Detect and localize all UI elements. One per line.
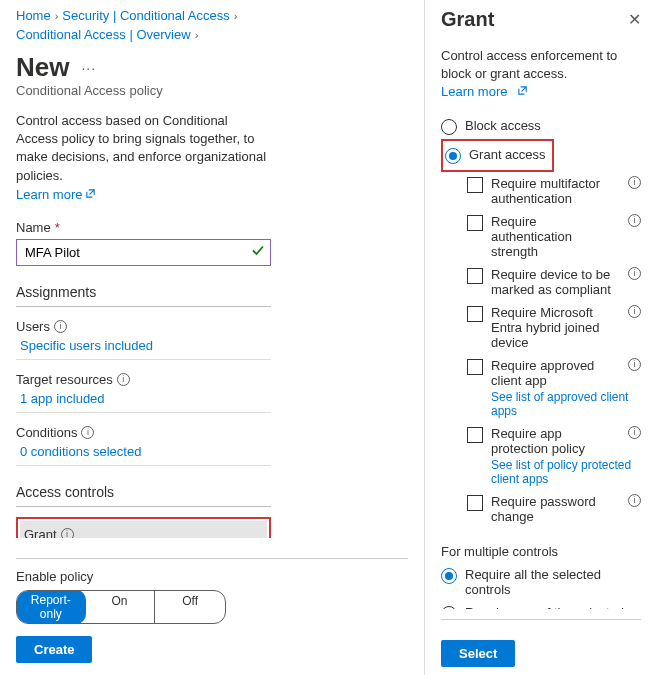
crumb-overview[interactable]: Conditional Access | Overview bbox=[16, 27, 191, 42]
info-icon[interactable]: i bbox=[628, 305, 641, 318]
grant-access-label: Grant access bbox=[469, 147, 546, 162]
chevron-right-icon: › bbox=[195, 29, 199, 41]
info-icon[interactable]: i bbox=[628, 494, 641, 507]
enable-policy-toggle[interactable]: Report-only On Off bbox=[16, 590, 226, 624]
create-button[interactable]: Create bbox=[16, 636, 92, 663]
chevron-right-icon: › bbox=[234, 10, 238, 22]
panel-learn-more-link[interactable]: Learn more bbox=[441, 83, 528, 101]
name-label: Name bbox=[16, 220, 51, 235]
required-asterisk: * bbox=[55, 220, 60, 235]
grant-highlight: Granti 0 controls selected bbox=[16, 517, 271, 538]
grant-label: Grant bbox=[24, 527, 57, 538]
page-subtitle: Conditional Access policy bbox=[16, 83, 408, 98]
mfa-label: Require multifactor authentication bbox=[491, 176, 620, 206]
external-link-icon bbox=[517, 83, 528, 101]
info-icon[interactable]: i bbox=[61, 528, 74, 538]
toggle-on[interactable]: On bbox=[85, 591, 156, 623]
name-input[interactable] bbox=[16, 239, 271, 266]
access-controls-heading: Access controls bbox=[16, 484, 271, 507]
toggle-off[interactable]: Off bbox=[155, 591, 225, 623]
info-icon[interactable]: i bbox=[628, 176, 641, 189]
external-link-icon bbox=[85, 187, 96, 202]
radio-block-access[interactable] bbox=[441, 119, 457, 135]
left-pane: Home › Security | Conditional Access › C… bbox=[0, 0, 425, 675]
check-mfa[interactable] bbox=[467, 177, 483, 193]
protection-apps-link[interactable]: See list of policy protected client apps bbox=[491, 458, 641, 486]
info-icon[interactable]: i bbox=[54, 320, 67, 333]
password-change-label: Require password change bbox=[491, 494, 620, 524]
learn-more-link[interactable]: Learn more bbox=[16, 187, 96, 202]
targets-link[interactable]: 1 app included bbox=[16, 391, 271, 413]
check-approved-app[interactable] bbox=[467, 359, 483, 375]
multiple-controls-label: For multiple controls bbox=[441, 544, 641, 559]
check-password-change[interactable] bbox=[467, 495, 483, 511]
panel-intro: Control access enforcement to block or g… bbox=[441, 47, 641, 102]
info-icon[interactable]: i bbox=[628, 426, 641, 439]
info-icon[interactable]: i bbox=[628, 358, 641, 371]
check-compliant-device[interactable] bbox=[467, 268, 483, 284]
require-one-label: Require one of the selected controls bbox=[465, 605, 641, 609]
panel-title: Grant bbox=[441, 8, 494, 31]
targets-label: Target resources bbox=[16, 372, 113, 387]
block-access-label: Block access bbox=[465, 118, 541, 133]
info-icon[interactable]: i bbox=[81, 426, 94, 439]
checkmark-icon bbox=[251, 244, 265, 261]
enable-policy-label: Enable policy bbox=[16, 569, 408, 584]
bottom-toolbar: Enable policy Report-only On Off Create bbox=[16, 558, 408, 675]
users-label: Users bbox=[16, 319, 50, 334]
compliant-label: Require device to be marked as compliant bbox=[491, 267, 620, 297]
select-button[interactable]: Select bbox=[441, 640, 515, 667]
conditions-label: Conditions bbox=[16, 425, 77, 440]
close-icon[interactable]: ✕ bbox=[628, 10, 641, 29]
chevron-right-icon: › bbox=[55, 10, 59, 22]
grant-panel: Grant ✕ Control access enforcement to bl… bbox=[425, 0, 653, 675]
users-link[interactable]: Specific users included bbox=[16, 338, 271, 360]
radio-require-one[interactable] bbox=[441, 606, 457, 609]
more-menu-icon[interactable]: ··· bbox=[77, 58, 100, 78]
check-auth-strength[interactable] bbox=[467, 215, 483, 231]
info-icon[interactable]: i bbox=[117, 373, 130, 386]
approved-app-label: Require approved client app bbox=[491, 358, 620, 388]
hybrid-label: Require Microsoft Entra hybrid joined de… bbox=[491, 305, 620, 350]
info-icon[interactable]: i bbox=[628, 267, 641, 280]
radio-require-all[interactable] bbox=[441, 568, 457, 584]
toggle-report-only[interactable]: Report-only bbox=[16, 590, 86, 624]
breadcrumb: Home › Security | Conditional Access › C… bbox=[16, 8, 408, 42]
check-app-protection[interactable] bbox=[467, 427, 483, 443]
grant-access-highlight: Grant access bbox=[441, 139, 554, 172]
require-all-label: Require all the selected controls bbox=[465, 567, 641, 597]
page-title: New bbox=[16, 52, 69, 83]
auth-strength-label: Require authentication strength bbox=[491, 214, 620, 259]
check-hybrid-device[interactable] bbox=[467, 306, 483, 322]
info-icon[interactable]: i bbox=[628, 214, 641, 227]
radio-grant-access[interactable] bbox=[445, 148, 461, 164]
app-protection-label: Require app protection policy bbox=[491, 426, 620, 456]
intro-text: Control access based on Conditional Acce… bbox=[16, 112, 271, 185]
crumb-home[interactable]: Home bbox=[16, 8, 51, 23]
approved-apps-link[interactable]: See list of approved client apps bbox=[491, 390, 641, 418]
crumb-security[interactable]: Security | Conditional Access bbox=[62, 8, 229, 23]
conditions-link[interactable]: 0 conditions selected bbox=[16, 444, 271, 466]
assignments-heading: Assignments bbox=[16, 284, 271, 307]
